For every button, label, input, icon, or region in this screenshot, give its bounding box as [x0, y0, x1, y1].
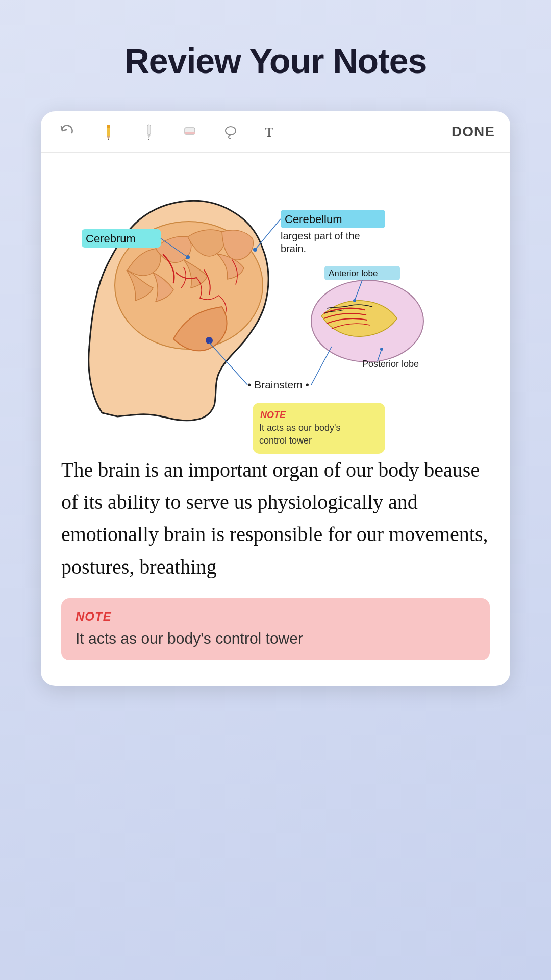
svg-rect-8: [185, 132, 195, 134]
toolbar: T DONE: [41, 111, 510, 153]
svg-text:control tower: control tower: [259, 435, 312, 446]
svg-line-33: [311, 347, 332, 385]
svg-text:Posterior lobe: Posterior lobe: [362, 359, 419, 369]
pencil-button[interactable]: [97, 120, 119, 143]
svg-point-27: [353, 299, 356, 302]
done-button[interactable]: DONE: [452, 124, 495, 140]
brain-diagram: Cerebrum Cerebellum largest part of the …: [61, 168, 490, 454]
undo-button[interactable]: [56, 120, 79, 143]
svg-text:Cerebellum: Cerebellum: [285, 213, 342, 226]
eraser-button[interactable]: [179, 120, 201, 143]
svg-text:brain.: brain.: [281, 243, 306, 254]
body-text: The brain is an important organ of our b…: [61, 454, 490, 583]
svg-rect-1: [107, 125, 110, 128]
note-content: Cerebrum Cerebellum largest part of the …: [41, 153, 510, 686]
lasso-button[interactable]: [219, 120, 242, 143]
page-title: Review Your Notes: [124, 41, 427, 81]
svg-text:T: T: [265, 124, 273, 140]
svg-point-22: [253, 248, 257, 252]
svg-text:largest part of the: largest part of the: [281, 230, 360, 241]
svg-line-21: [255, 219, 281, 250]
pen-button[interactable]: [138, 120, 160, 143]
text-button[interactable]: T: [260, 120, 283, 143]
sticky-note-bottom: NOTE It acts as our body's control tower: [61, 598, 490, 660]
note-card: T DONE: [41, 111, 510, 686]
svg-rect-4: [147, 125, 151, 135]
svg-text:Cerebrum: Cerebrum: [86, 232, 136, 245]
sticky-note-bottom-label: NOTE: [76, 609, 475, 624]
svg-point-30: [380, 348, 383, 351]
sticky-note-bottom-text: It acts as our body's control tower: [76, 628, 475, 649]
svg-point-9: [226, 127, 236, 135]
svg-text:It acts as our body's: It acts as our body's: [259, 423, 341, 433]
svg-text:Anterior lobe: Anterior lobe: [329, 268, 378, 278]
svg-marker-2: [107, 136, 110, 139]
svg-text:• Brainstem •: • Brainstem •: [247, 379, 309, 390]
svg-text:NOTE: NOTE: [260, 410, 286, 420]
svg-point-16: [186, 255, 190, 259]
svg-marker-5: [147, 135, 151, 139]
